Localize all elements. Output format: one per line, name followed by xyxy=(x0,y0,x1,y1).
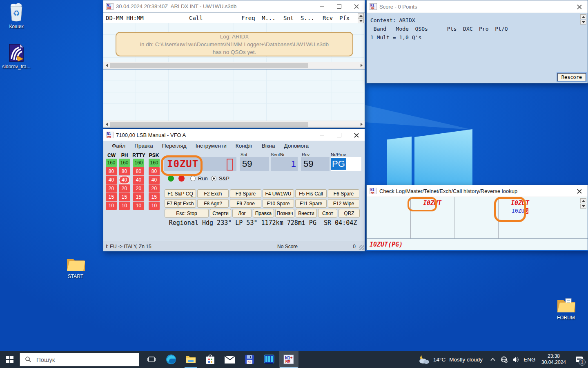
store-button[interactable] xyxy=(200,351,220,368)
band-button-psk-160[interactable]: 160 xyxy=(149,159,160,167)
log-header-spinner[interactable] xyxy=(358,13,364,23)
taskbar-search[interactable] xyxy=(20,353,139,366)
spin-down-icon[interactable] xyxy=(580,20,586,25)
spin-up-icon[interactable] xyxy=(580,198,586,203)
scroll-left-icon[interactable] xyxy=(103,123,110,126)
band-button-rtty-10[interactable]: 10 xyxy=(133,202,144,210)
volume-tray-button[interactable] xyxy=(510,351,522,368)
nrprov-field[interactable]: PG xyxy=(331,157,361,171)
menu-windows[interactable]: Вікна xyxy=(257,141,280,150)
entry-window-titlebar[interactable]: N1 MM 7100,00 LSB Manual - VFO A xyxy=(103,129,365,141)
log-hscrollbar-lower[interactable] xyxy=(103,121,365,128)
close-icon[interactable] xyxy=(347,0,365,12)
check-log-match[interactable]: I0ZUT xyxy=(410,200,454,207)
band-button-psk-20[interactable]: 20 xyxy=(149,184,160,193)
task-view-button[interactable] xyxy=(142,351,161,368)
log-button[interactable]: Лог xyxy=(232,209,252,218)
check-spinner[interactable] xyxy=(580,198,586,209)
band-button-ph-160[interactable]: 160 xyxy=(119,159,130,167)
band-button-rtty-160[interactable]: 160 xyxy=(133,159,144,167)
band-button-psk-10[interactable]: 10 xyxy=(149,202,160,210)
store-button[interactable]: Внести xyxy=(296,209,317,218)
scroll-right-icon[interactable] xyxy=(358,64,365,67)
fkey-f3[interactable]: F3 Spare xyxy=(230,189,261,198)
fkey-f11[interactable]: F11 Spare xyxy=(295,199,327,208)
fkey-f4[interactable]: F4 UW1WU xyxy=(263,189,294,198)
fkey-f2[interactable]: F2 Exch xyxy=(197,189,229,198)
menu-view[interactable]: Перегляд xyxy=(158,141,191,150)
qrz-button[interactable]: QRZ xyxy=(339,209,360,218)
check-partial-match[interactable]: I0ZUG xyxy=(498,208,542,214)
scrollbar-thumb[interactable] xyxy=(110,122,308,127)
spin-down-icon[interactable] xyxy=(580,204,586,209)
spin-down-icon[interactable] xyxy=(358,18,364,23)
desktop-icon-forum-folder[interactable]: FORUM xyxy=(550,297,581,321)
band-button-cw-15[interactable]: 15 xyxy=(106,193,117,201)
minimize-icon[interactable] xyxy=(313,0,330,12)
menu-edit[interactable]: Правка xyxy=(130,141,158,150)
close-icon[interactable] xyxy=(347,129,365,141)
close-icon[interactable] xyxy=(570,0,588,13)
menu-tools[interactable]: Інструменти xyxy=(191,141,231,150)
callsign-field[interactable]: I0ZUT xyxy=(164,157,236,171)
spin-up-icon[interactable] xyxy=(358,13,364,18)
band-button-cw-40[interactable]: 40 xyxy=(106,176,117,184)
maximize-icon[interactable] xyxy=(330,0,347,12)
edge-browser-button[interactable] xyxy=(161,351,181,368)
weather-widget[interactable]: 14°C Mostly cloudy xyxy=(412,351,488,368)
band-button-ph-40-selected[interactable]: 40 xyxy=(119,176,130,184)
band-button-ph-15[interactable]: 15 xyxy=(119,193,130,201)
score-spinner[interactable] xyxy=(580,14,586,25)
language-indicator[interactable]: ENG xyxy=(522,351,537,368)
scroll-left-icon[interactable] xyxy=(103,64,110,67)
check-master-match[interactable]: I0ZUT xyxy=(498,200,542,207)
rcv-field[interactable]: 59 xyxy=(301,157,330,171)
minimize-icon[interactable] xyxy=(313,129,330,141)
log-hscrollbar-upper[interactable] xyxy=(103,62,365,69)
mark-button[interactable]: Познач xyxy=(275,209,294,218)
commander-app-button[interactable] xyxy=(259,351,279,368)
band-button-ph-10[interactable]: 10 xyxy=(119,202,130,210)
desktop-icon-start-folder[interactable]: START xyxy=(60,256,91,279)
maximize-icon[interactable] xyxy=(330,129,347,141)
fkey-f8[interactable]: F8 Agn? xyxy=(197,199,229,208)
band-button-ph-20[interactable]: 20 xyxy=(119,184,130,193)
menu-file[interactable]: Файл xyxy=(107,141,130,150)
floppy-app-button[interactable]: 51 xyxy=(240,351,259,368)
n1mm-taskbar-button[interactable]: N1 + MM xyxy=(279,351,298,368)
spin-up-icon[interactable] xyxy=(580,14,586,19)
band-button-cw-80[interactable]: 80 xyxy=(106,167,117,175)
esc-stop-button[interactable]: Esc: Stop xyxy=(165,209,209,218)
band-button-rtty-20[interactable]: 20 xyxy=(133,184,144,193)
fkey-f12[interactable]: F12 Wipe xyxy=(328,199,359,208)
band-button-cw-160[interactable]: 160 xyxy=(106,159,117,167)
wipe-button[interactable]: Стерти xyxy=(210,209,231,218)
menu-config[interactable]: Конфіг xyxy=(231,141,257,150)
rescore-button[interactable]: Rescore xyxy=(557,73,586,81)
score-window-titlebar[interactable]: N1 MM Score - 0 Points xyxy=(367,0,588,13)
mail-button[interactable] xyxy=(220,351,240,368)
band-button-rtty-40[interactable]: 40 xyxy=(133,176,144,184)
search-input[interactable] xyxy=(36,356,119,364)
scrollbar-thumb[interactable] xyxy=(110,63,308,68)
band-button-cw-20[interactable]: 20 xyxy=(106,184,117,193)
spot-button[interactable]: Спот xyxy=(318,209,337,218)
start-button[interactable] xyxy=(0,351,20,368)
fkey-f6[interactable]: F6 Spare xyxy=(328,189,359,198)
action-center-button[interactable]: 1 xyxy=(570,351,588,368)
fkey-f10[interactable]: F10 Spare xyxy=(263,199,294,208)
scroll-right-icon[interactable] xyxy=(358,123,365,126)
desktop-icon-recycle-bin[interactable]: ♻ Кошик xyxy=(1,2,32,29)
fkey-f5[interactable]: F5 His Call xyxy=(295,189,327,198)
check-window-titlebar[interactable]: N1 MM Check Log/Master/Telnet/Exch/Call … xyxy=(367,185,588,197)
fkey-f1[interactable]: F1 S&P CQ xyxy=(165,189,196,198)
band-button-psk-40[interactable]: 40 xyxy=(149,176,160,184)
fkey-f7[interactable]: F7 Rpt Exch xyxy=(165,199,196,208)
band-button-rtty-15[interactable]: 15 xyxy=(133,193,144,201)
tray-chevron-button[interactable] xyxy=(488,351,498,368)
band-button-psk-15[interactable]: 15 xyxy=(149,193,160,201)
clock-widget[interactable]: 23:38 30.04.2024 xyxy=(537,351,570,368)
edit-button[interactable]: Правка xyxy=(253,209,274,218)
close-icon[interactable] xyxy=(570,185,588,197)
menu-help[interactable]: Допомога xyxy=(280,141,314,150)
